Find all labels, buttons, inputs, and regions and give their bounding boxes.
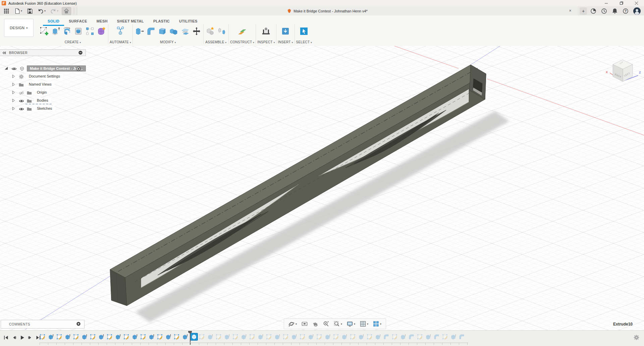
fillet-icon[interactable] bbox=[146, 25, 156, 37]
help-icon[interactable]: ? bbox=[623, 8, 629, 14]
timeline-feature-sketch[interactable] bbox=[123, 334, 129, 340]
group-label-automate[interactable]: AUTOMATE▾ bbox=[110, 40, 131, 44]
timeline-feature-sketch[interactable] bbox=[417, 334, 423, 340]
create-sketch-icon[interactable] bbox=[39, 25, 50, 37]
timeline-feature-sketch[interactable] bbox=[249, 334, 255, 340]
timeline-feature-sketch[interactable] bbox=[392, 334, 397, 340]
press-pull-icon[interactable] bbox=[134, 25, 145, 37]
extrude-icon[interactable] bbox=[50, 25, 61, 37]
maximize-button[interactable] bbox=[614, 0, 629, 6]
timeline-feature-sketch[interactable] bbox=[157, 334, 163, 340]
measure-icon[interactable] bbox=[261, 25, 271, 37]
visibility-eye-icon[interactable] bbox=[19, 98, 24, 104]
create-form-icon[interactable] bbox=[96, 25, 107, 37]
timeline-feature-extrude-current[interactable] bbox=[191, 333, 198, 340]
group-label-select[interactable]: SELECT▾ bbox=[296, 40, 312, 44]
timeline-feature-extrude[interactable] bbox=[375, 334, 381, 340]
document-tab-close-icon[interactable]: × bbox=[568, 8, 573, 13]
play-icon[interactable] bbox=[19, 334, 25, 341]
timeline-feature-sketch[interactable] bbox=[73, 334, 79, 340]
hole-icon[interactable] bbox=[73, 25, 84, 37]
undo-icon[interactable]: ▾ bbox=[36, 7, 47, 15]
save-icon[interactable] bbox=[25, 7, 34, 15]
display-settings-icon[interactable]: ▾ bbox=[344, 319, 358, 328]
timeline-feature-fillet[interactable] bbox=[409, 334, 414, 340]
minimize-button[interactable] bbox=[599, 0, 614, 6]
collapse-caret-icon[interactable] bbox=[11, 90, 16, 95]
group-label-insert[interactable]: INSERT▾ bbox=[278, 40, 293, 44]
timeline-feature-sketch[interactable] bbox=[140, 334, 146, 340]
file-icon[interactable]: ▾ bbox=[13, 7, 23, 15]
timeline-feature-extrude[interactable] bbox=[98, 334, 104, 340]
timeline-feature-sketch[interactable] bbox=[316, 334, 322, 340]
select-tool-icon[interactable] bbox=[299, 25, 309, 37]
extensions-icon[interactable] bbox=[590, 8, 596, 14]
timeline-feature-extrude[interactable] bbox=[425, 334, 431, 340]
pattern-icon[interactable] bbox=[85, 25, 95, 37]
browser-item-label[interactable]: Document Settings bbox=[26, 73, 63, 79]
group-label-inspect[interactable]: INSPECT▾ bbox=[257, 40, 275, 44]
view-cube[interactable]: BACK LEFT TOP X Z bbox=[606, 60, 641, 82]
timeline-feature-extrude[interactable] bbox=[258, 334, 263, 340]
timeline-feature-extrude[interactable] bbox=[450, 334, 456, 340]
timeline-feature-sketch[interactable] bbox=[283, 334, 288, 340]
timeline-feature-sketch[interactable] bbox=[232, 334, 238, 340]
timeline-feature-fillet[interactable] bbox=[459, 334, 465, 340]
close-button[interactable] bbox=[629, 0, 644, 6]
go-to-start-icon[interactable] bbox=[3, 334, 9, 341]
group-label-assemble[interactable]: ASSEMBLE▾ bbox=[205, 40, 226, 44]
bridge-model[interactable] bbox=[110, 65, 486, 306]
timeline-feature-extrude[interactable] bbox=[82, 334, 87, 340]
timeline-feature-sketch[interactable] bbox=[90, 334, 96, 340]
step-back-icon[interactable] bbox=[11, 334, 17, 341]
timeline-feature-sketch[interactable] bbox=[350, 334, 356, 340]
timeline-feature-extrude[interactable] bbox=[325, 334, 330, 340]
job-status-icon[interactable] bbox=[601, 8, 607, 14]
app-grid-icon[interactable] bbox=[2, 7, 11, 15]
new-component-icon[interactable] bbox=[205, 25, 216, 37]
timeline-feature-extrude[interactable] bbox=[48, 334, 54, 340]
timeline-feature-extrude[interactable] bbox=[274, 334, 280, 340]
browser-item-label[interactable]: Sketches bbox=[34, 106, 55, 111]
group-label-modify[interactable]: MODIFY▾ bbox=[160, 40, 176, 44]
move-icon[interactable] bbox=[191, 25, 202, 37]
shell-icon[interactable] bbox=[157, 25, 168, 37]
browser-header[interactable]: BROWSER bbox=[0, 49, 86, 56]
timeline-feature-fillet[interactable] bbox=[383, 334, 389, 340]
comments-bar[interactable]: COMMENTS bbox=[1, 320, 85, 329]
timeline-feature-sketch[interactable] bbox=[216, 334, 221, 340]
look-at-icon[interactable] bbox=[299, 319, 310, 328]
visibility-eye-icon[interactable] bbox=[19, 106, 24, 112]
visibility-eye-icon[interactable] bbox=[11, 66, 17, 71]
combine-icon[interactable] bbox=[168, 25, 179, 37]
timeline-feature-extrude[interactable] bbox=[341, 334, 347, 340]
timeline-feature-sketch[interactable] bbox=[56, 334, 62, 340]
add-comment-icon[interactable] bbox=[76, 322, 81, 326]
insert-mesh-icon[interactable] bbox=[280, 25, 291, 37]
orbit-icon[interactable]: ▾ bbox=[286, 319, 299, 328]
workspace-selector[interactable]: DESIGN▾ bbox=[4, 19, 34, 37]
revolve-icon[interactable] bbox=[62, 25, 72, 37]
timeline-feature-extrude[interactable] bbox=[224, 334, 230, 340]
browser-item-label[interactable]: Named Views bbox=[26, 82, 54, 87]
construct-plane-icon[interactable] bbox=[237, 25, 248, 37]
expand-caret-icon[interactable] bbox=[4, 66, 8, 70]
collapse-panel-icon[interactable] bbox=[2, 51, 6, 55]
document-tab[interactable]: Make it Bridge Contest - Johnathan Henn … bbox=[77, 6, 578, 15]
timeline-feature-extrude[interactable] bbox=[182, 334, 188, 340]
timeline-feature-extrude[interactable] bbox=[308, 334, 314, 340]
visibility-eye-off-icon[interactable] bbox=[19, 90, 24, 96]
activate-target-icon[interactable] bbox=[76, 66, 81, 71]
grid-settings-icon[interactable]: ▾ bbox=[358, 319, 371, 328]
new-tab-button[interactable]: + bbox=[580, 7, 587, 15]
profile-icon[interactable] bbox=[633, 7, 641, 15]
zoom-icon[interactable] bbox=[321, 319, 331, 328]
timeline-track[interactable] bbox=[40, 343, 468, 345]
timeline-feature-extrude[interactable] bbox=[65, 334, 70, 340]
timeline-feature-extrude[interactable] bbox=[400, 334, 406, 340]
group-label-create[interactable]: CREATE▾ bbox=[65, 40, 81, 44]
notifications-icon[interactable] bbox=[612, 8, 618, 14]
timeline-feature-fillet[interactable] bbox=[434, 334, 439, 340]
browser-item-label[interactable]: Origin bbox=[34, 90, 49, 95]
timeline-feature-extrude[interactable] bbox=[115, 334, 121, 340]
